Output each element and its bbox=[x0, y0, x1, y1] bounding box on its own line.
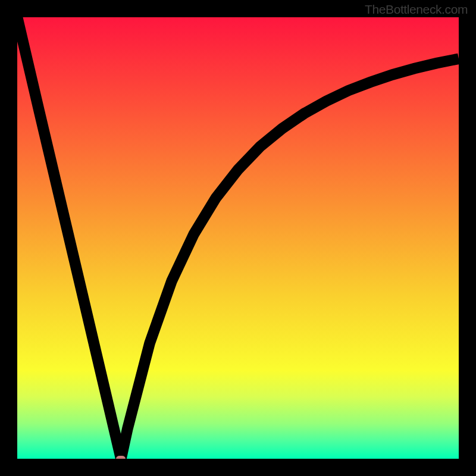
bottleneck-curve bbox=[17, 17, 459, 459]
plot-frame bbox=[17, 17, 459, 459]
optimal-point-marker bbox=[116, 456, 126, 459]
chart-container: TheBottleneck.com bbox=[0, 0, 476, 476]
watermark-text: TheBottleneck.com bbox=[365, 2, 468, 17]
